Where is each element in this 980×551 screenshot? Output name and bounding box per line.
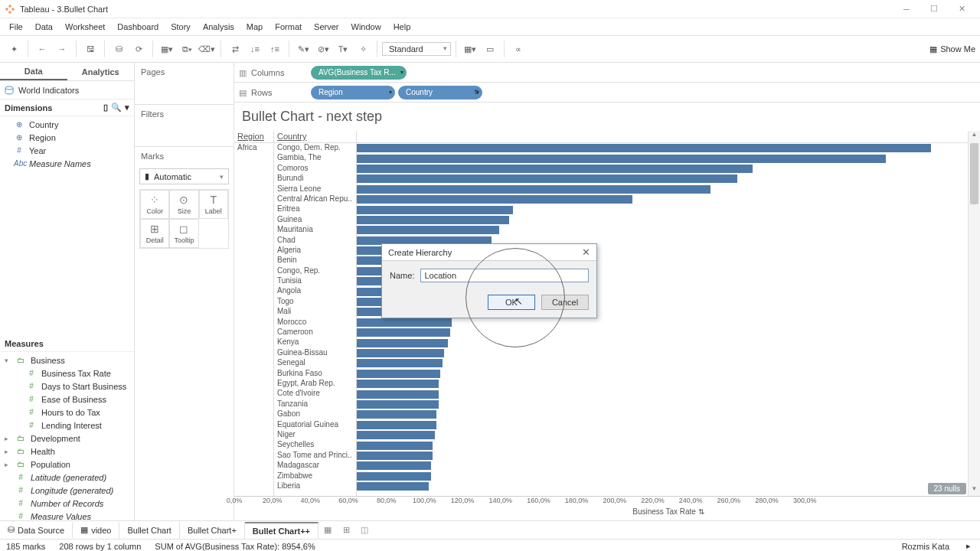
dimension-field[interactable]: #Year xyxy=(0,144,134,157)
bar[interactable] xyxy=(357,451,968,461)
bar[interactable] xyxy=(357,328,968,337)
x-axis-label[interactable]: Business Tax Rate ⇅ xyxy=(234,507,980,516)
country-cell[interactable]: Comoros xyxy=(274,164,356,174)
sort-desc-button[interactable]: ↑≡ xyxy=(266,40,284,58)
bar[interactable] xyxy=(357,389,968,399)
measure-field[interactable]: #Business Tax Rate xyxy=(0,367,134,380)
bar[interactable] xyxy=(357,430,968,440)
bar[interactable] xyxy=(357,164,968,174)
country-cell[interactable]: Liberia xyxy=(274,481,356,491)
new-worksheet-button[interactable]: ▦▾ xyxy=(158,40,176,58)
measure-field[interactable]: #Measure Values xyxy=(0,510,134,520)
presentation-button[interactable]: ▭ xyxy=(481,40,499,58)
view-icon[interactable]: ▯ xyxy=(103,103,108,112)
country-cell[interactable]: Congo, Dem. Rep. xyxy=(274,143,356,153)
country-cell[interactable]: Benin xyxy=(274,256,356,266)
scroll-up-icon[interactable]: ▲ xyxy=(969,131,980,142)
menu-worksheet[interactable]: Worksheet xyxy=(59,20,111,34)
dimension-field[interactable]: ⊕Country xyxy=(0,118,134,131)
rows-shelf[interactable]: Rows xyxy=(234,88,311,97)
close-button[interactable]: ✕ xyxy=(948,0,975,18)
pill[interactable]: Region▾ xyxy=(311,86,395,99)
country-cell[interactable]: Equatorial Guinea xyxy=(274,420,356,430)
show-me-button[interactable]: ▦ Show Me xyxy=(929,44,975,54)
country-cell[interactable]: Tanzania xyxy=(274,399,356,409)
marks-type-select[interactable]: ▮ Automatic xyxy=(139,168,229,184)
sheet-tab[interactable]: Bullet Chart xyxy=(119,522,179,539)
country-cell[interactable]: Tunisia xyxy=(274,276,356,286)
bar[interactable] xyxy=(357,215,968,225)
swap-button[interactable]: ⇄ xyxy=(226,40,244,58)
share-button[interactable]: ∝ xyxy=(509,40,528,58)
menu-file[interactable]: File xyxy=(3,20,29,34)
new-sheet-button[interactable]: ▦ xyxy=(318,525,337,535)
country-cell[interactable]: Mauritania xyxy=(274,225,356,235)
menu-analysis[interactable]: Analysis xyxy=(197,20,240,34)
country-cell[interactable]: Central African Repu.. xyxy=(274,194,356,204)
data-tab[interactable]: Data xyxy=(0,63,67,80)
menu-map[interactable]: Map xyxy=(240,20,269,34)
bar[interactable] xyxy=(357,153,968,163)
bar[interactable] xyxy=(357,409,968,419)
menu-window[interactable]: Window xyxy=(345,20,387,34)
country-cell[interactable]: Congo, Rep. xyxy=(274,266,356,276)
ok-button[interactable]: OK xyxy=(488,295,535,310)
country-cell[interactable]: Sao Tome and Princi.. xyxy=(274,451,356,461)
dimension-field[interactable]: ⊕Region xyxy=(0,131,134,144)
sort-asc-button[interactable]: ↓≡ xyxy=(246,40,264,58)
menu-help[interactable]: Help xyxy=(387,20,417,34)
bar[interactable] xyxy=(357,184,968,194)
measure-folder[interactable]: ▾🗀Business xyxy=(0,354,134,367)
data-source-tab[interactable]: ⛁ Data Source xyxy=(0,522,73,538)
country-cell[interactable]: Niger xyxy=(274,430,356,440)
bar[interactable] xyxy=(357,420,968,430)
country-cell[interactable]: Guinea xyxy=(274,215,356,225)
fit-select[interactable]: Standard xyxy=(382,42,451,56)
country-cell[interactable]: Zimbabwe xyxy=(274,471,356,481)
region-header[interactable]: Region xyxy=(234,131,273,143)
marks-size[interactable]: ⊙Size xyxy=(169,190,198,219)
measure-field[interactable]: #Ease of Business xyxy=(0,393,134,406)
nulls-badge[interactable]: 23 nulls xyxy=(928,483,966,494)
measure-field[interactable]: #Lending Interest xyxy=(0,419,134,432)
marks-tooltip[interactable]: ◻Tooltip xyxy=(169,219,198,248)
bar[interactable] xyxy=(357,204,968,214)
columns-shelf[interactable]: Columns xyxy=(234,68,311,77)
bar[interactable] xyxy=(357,225,968,235)
name-input[interactable] xyxy=(420,269,589,282)
scrollbar[interactable]: ▲ ▼ xyxy=(968,131,980,496)
measure-field[interactable]: #Days to Start Business xyxy=(0,380,134,393)
sheet-tab[interactable]: Bullet Chart++ xyxy=(245,522,318,539)
refresh-button[interactable]: ⟳ xyxy=(129,40,148,58)
country-cell[interactable]: Kenya xyxy=(274,337,356,347)
sheet-tab[interactable]: ▦video xyxy=(73,522,119,539)
country-cell[interactable]: Senegal xyxy=(274,358,356,368)
analytics-tab[interactable]: Analytics xyxy=(67,63,135,80)
region-cell[interactable]: Africa xyxy=(234,143,273,153)
marks-label[interactable]: TLabel xyxy=(199,190,228,219)
country-cell[interactable]: Gambia, The xyxy=(274,153,356,163)
menu-data[interactable]: Data xyxy=(29,20,59,34)
datasource-row[interactable]: World Indicators xyxy=(0,81,134,99)
bar[interactable] xyxy=(357,143,968,153)
bar[interactable] xyxy=(357,174,968,184)
marks-detail[interactable]: ⊞Detail xyxy=(140,219,169,248)
new-datasource-button[interactable]: ⛁ xyxy=(109,40,128,58)
bar[interactable] xyxy=(357,461,968,471)
country-cell[interactable]: Madagascar xyxy=(274,461,356,471)
measure-field[interactable]: #Longitude (generated) xyxy=(0,484,134,497)
pill[interactable]: Country⇅▾ xyxy=(398,86,482,99)
country-cell[interactable]: Chad xyxy=(274,236,356,246)
country-cell[interactable]: Egypt, Arab Rep. xyxy=(274,379,356,389)
menu-story[interactable]: Story xyxy=(165,20,197,34)
country-cell[interactable]: Algeria xyxy=(274,246,356,256)
country-cell[interactable]: Togo xyxy=(274,297,356,307)
tableau-icon[interactable]: ✦ xyxy=(5,40,23,58)
cards-button[interactable]: ▦▾ xyxy=(461,40,479,58)
measure-field[interactable]: #Hours to do Tax xyxy=(0,406,134,419)
country-cell[interactable]: Gabon xyxy=(274,409,356,419)
sheet-title[interactable]: Bullet Chart - next step xyxy=(234,103,980,131)
minimize-button[interactable]: ─ xyxy=(893,0,920,18)
clear-button[interactable]: ⌫▾ xyxy=(198,40,216,58)
group-button[interactable]: ⊘▾ xyxy=(314,40,332,58)
